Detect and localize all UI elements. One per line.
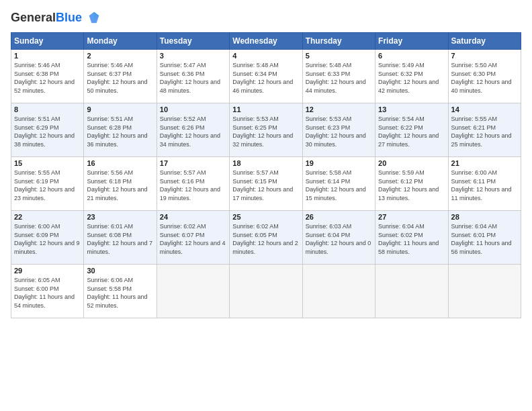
day-info: Sunrise: 5:51 AMSunset: 6:29 PMDaylight:… bbox=[14, 116, 75, 148]
calendar-cell: 3 Sunrise: 5:47 AMSunset: 6:36 PMDayligh… bbox=[157, 50, 229, 103]
day-number: 13 bbox=[378, 105, 445, 113]
day-number: 26 bbox=[306, 213, 372, 221]
day-number: 15 bbox=[14, 159, 81, 167]
calendar-cell: 21 Sunrise: 6:00 AMSunset: 6:11 PMDaylig… bbox=[448, 157, 521, 211]
week-row-5: 29 Sunrise: 6:05 AMSunset: 6:00 PMDaylig… bbox=[11, 265, 521, 318]
weekday-sunday: Sunday bbox=[11, 33, 84, 50]
logo-general: General bbox=[11, 11, 56, 24]
day-info: Sunrise: 6:01 AMSunset: 6:08 PMDaylight:… bbox=[87, 223, 152, 255]
calendar-cell: 6 Sunrise: 5:49 AMSunset: 6:32 PMDayligh… bbox=[375, 50, 448, 103]
calendar-cell: 16 Sunrise: 5:56 AMSunset: 6:18 PMDaylig… bbox=[84, 157, 157, 211]
day-info: Sunrise: 6:06 AMSunset: 5:58 PMDaylight:… bbox=[87, 277, 147, 309]
day-info: Sunrise: 5:51 AMSunset: 6:28 PMDaylight:… bbox=[87, 116, 147, 148]
day-info: Sunrise: 5:49 AMSunset: 6:32 PMDaylight:… bbox=[378, 62, 439, 94]
calendar-cell: 26 Sunrise: 6:03 AMSunset: 6:04 PMDaylig… bbox=[302, 211, 375, 265]
calendar-cell: 20 Sunrise: 5:59 AMSunset: 6:12 PMDaylig… bbox=[375, 157, 448, 211]
logo: GeneralBlue bbox=[11, 11, 101, 26]
day-number: 24 bbox=[160, 213, 226, 221]
calendar-cell: 5 Sunrise: 5:48 AMSunset: 6:33 PMDayligh… bbox=[302, 50, 375, 103]
weekday-tuesday: Tuesday bbox=[157, 33, 229, 50]
calendar-cell bbox=[448, 265, 521, 318]
calendar-cell: 25 Sunrise: 6:02 AMSunset: 6:05 PMDaylig… bbox=[230, 211, 302, 265]
weekday-friday: Friday bbox=[375, 33, 448, 50]
day-number: 17 bbox=[160, 159, 226, 167]
week-row-3: 15 Sunrise: 5:55 AMSunset: 6:19 PMDaylig… bbox=[11, 157, 521, 211]
day-info: Sunrise: 5:46 AMSunset: 6:37 PMDaylight:… bbox=[87, 62, 147, 94]
day-number: 3 bbox=[160, 52, 226, 60]
day-number: 12 bbox=[306, 105, 372, 113]
calendar-cell: 17 Sunrise: 5:57 AMSunset: 6:16 PMDaylig… bbox=[157, 157, 229, 211]
day-info: Sunrise: 5:59 AMSunset: 6:12 PMDaylight:… bbox=[378, 169, 439, 201]
day-number: 4 bbox=[232, 52, 299, 60]
calendar-cell: 11 Sunrise: 5:53 AMSunset: 6:25 PMDaylig… bbox=[230, 103, 302, 157]
day-number: 8 bbox=[14, 105, 81, 113]
page-container: GeneralBlue SundayMondayTuesdayWednesday… bbox=[0, 0, 532, 411]
day-number: 9 bbox=[87, 105, 153, 113]
weekday-header-row: SundayMondayTuesdayWednesdayThursdayFrid… bbox=[11, 33, 521, 50]
day-info: Sunrise: 5:55 AMSunset: 6:19 PMDaylight:… bbox=[14, 169, 75, 201]
day-info: Sunrise: 5:57 AMSunset: 6:16 PMDaylight:… bbox=[160, 169, 220, 201]
weekday-monday: Monday bbox=[84, 33, 157, 50]
day-number: 1 bbox=[14, 52, 81, 60]
day-number: 5 bbox=[306, 52, 372, 60]
day-number: 30 bbox=[87, 267, 153, 275]
calendar-cell: 7 Sunrise: 5:50 AMSunset: 6:30 PMDayligh… bbox=[448, 50, 521, 103]
day-info: Sunrise: 6:05 AMSunset: 6:00 PMDaylight:… bbox=[14, 277, 75, 309]
day-number: 10 bbox=[160, 105, 226, 113]
day-number: 25 bbox=[232, 213, 299, 221]
day-info: Sunrise: 6:00 AMSunset: 6:11 PMDaylight:… bbox=[451, 169, 512, 201]
calendar-body: 1 Sunrise: 5:46 AMSunset: 6:38 PMDayligh… bbox=[11, 50, 521, 318]
day-number: 23 bbox=[87, 213, 153, 221]
week-row-4: 22 Sunrise: 6:00 AMSunset: 6:09 PMDaylig… bbox=[11, 211, 521, 265]
day-number: 14 bbox=[451, 105, 518, 113]
day-number: 2 bbox=[87, 52, 153, 60]
day-info: Sunrise: 5:54 AMSunset: 6:22 PMDaylight:… bbox=[378, 116, 439, 148]
logo-icon bbox=[87, 11, 101, 26]
day-number: 28 bbox=[451, 213, 518, 221]
day-number: 20 bbox=[378, 159, 445, 167]
day-info: Sunrise: 6:02 AMSunset: 6:05 PMDaylight:… bbox=[232, 223, 298, 255]
calendar-cell: 28 Sunrise: 6:04 AMSunset: 6:01 PMDaylig… bbox=[448, 211, 521, 265]
calendar-cell bbox=[302, 265, 375, 318]
calendar-cell bbox=[157, 265, 229, 318]
calendar-cell: 12 Sunrise: 5:53 AMSunset: 6:23 PMDaylig… bbox=[302, 103, 375, 157]
day-number: 16 bbox=[87, 159, 153, 167]
calendar-cell: 19 Sunrise: 5:58 AMSunset: 6:14 PMDaylig… bbox=[302, 157, 375, 211]
day-info: Sunrise: 6:04 AMSunset: 6:01 PMDaylight:… bbox=[451, 223, 512, 255]
calendar-cell: 23 Sunrise: 6:01 AMSunset: 6:08 PMDaylig… bbox=[84, 211, 157, 265]
week-row-1: 1 Sunrise: 5:46 AMSunset: 6:38 PMDayligh… bbox=[11, 50, 521, 103]
day-info: Sunrise: 5:48 AMSunset: 6:34 PMDaylight:… bbox=[232, 62, 293, 94]
day-info: Sunrise: 6:03 AMSunset: 6:04 PMDaylight:… bbox=[306, 223, 371, 255]
day-number: 27 bbox=[378, 213, 445, 221]
calendar-cell: 27 Sunrise: 6:04 AMSunset: 6:02 PMDaylig… bbox=[375, 211, 448, 265]
weekday-wednesday: Wednesday bbox=[230, 33, 302, 50]
day-info: Sunrise: 5:58 AMSunset: 6:14 PMDaylight:… bbox=[306, 169, 366, 201]
calendar-cell: 18 Sunrise: 5:57 AMSunset: 6:15 PMDaylig… bbox=[230, 157, 302, 211]
logo-blue: Blue bbox=[56, 11, 82, 24]
weekday-thursday: Thursday bbox=[302, 33, 375, 50]
calendar-cell: 14 Sunrise: 5:55 AMSunset: 6:21 PMDaylig… bbox=[448, 103, 521, 157]
day-info: Sunrise: 5:55 AMSunset: 6:21 PMDaylight:… bbox=[451, 116, 512, 148]
day-number: 21 bbox=[451, 159, 518, 167]
calendar-cell: 4 Sunrise: 5:48 AMSunset: 6:34 PMDayligh… bbox=[230, 50, 302, 103]
day-info: Sunrise: 5:56 AMSunset: 6:18 PMDaylight:… bbox=[87, 169, 147, 201]
calendar-cell: 10 Sunrise: 5:52 AMSunset: 6:26 PMDaylig… bbox=[157, 103, 229, 157]
calendar-cell: 1 Sunrise: 5:46 AMSunset: 6:38 PMDayligh… bbox=[11, 50, 84, 103]
calendar-cell: 8 Sunrise: 5:51 AMSunset: 6:29 PMDayligh… bbox=[11, 103, 84, 157]
calendar-cell: 29 Sunrise: 6:05 AMSunset: 6:00 PMDaylig… bbox=[11, 265, 84, 318]
day-info: Sunrise: 6:02 AMSunset: 6:07 PMDaylight:… bbox=[160, 223, 226, 255]
day-info: Sunrise: 5:53 AMSunset: 6:23 PMDaylight:… bbox=[306, 116, 366, 148]
calendar-cell bbox=[375, 265, 448, 318]
day-info: Sunrise: 5:50 AMSunset: 6:30 PMDaylight:… bbox=[451, 62, 512, 94]
header: GeneralBlue bbox=[11, 11, 521, 26]
calendar-cell: 9 Sunrise: 5:51 AMSunset: 6:28 PMDayligh… bbox=[84, 103, 157, 157]
calendar-cell: 2 Sunrise: 5:46 AMSunset: 6:37 PMDayligh… bbox=[84, 50, 157, 103]
day-info: Sunrise: 5:48 AMSunset: 6:33 PMDaylight:… bbox=[306, 62, 366, 94]
day-info: Sunrise: 5:46 AMSunset: 6:38 PMDaylight:… bbox=[14, 62, 75, 94]
day-number: 6 bbox=[378, 52, 445, 60]
calendar-cell: 24 Sunrise: 6:02 AMSunset: 6:07 PMDaylig… bbox=[157, 211, 229, 265]
day-number: 11 bbox=[232, 105, 299, 113]
day-number: 19 bbox=[306, 159, 372, 167]
day-number: 18 bbox=[232, 159, 299, 167]
weekday-saturday: Saturday bbox=[448, 33, 521, 50]
